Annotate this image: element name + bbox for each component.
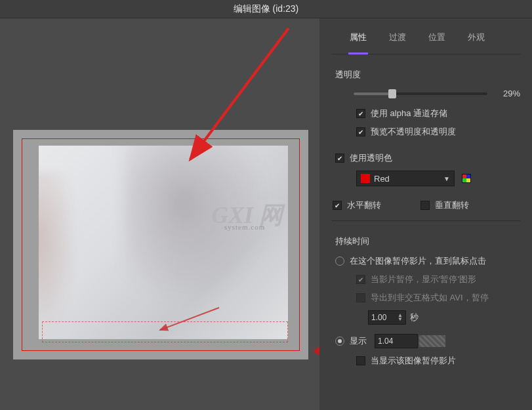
- export-pause-checkbox: [356, 293, 365, 302]
- watermark: GXI 网 system.com: [211, 205, 283, 231]
- selection-frame[interactable]: GXI 网 system.com: [22, 138, 300, 351]
- section-transcolor: 使用透明色 Red ▼: [331, 152, 520, 186]
- titlebar: 编辑图像 (id:23): [0, 0, 532, 18]
- properties-panel: 属性 过渡 位置 外观 透明度 29% 使用 alpha 通道存储: [319, 18, 532, 410]
- hflip-label: 水平翻转: [347, 199, 381, 211]
- pause-shape-checkbox: [356, 275, 365, 284]
- pause-radio[interactable]: [335, 256, 344, 266]
- canvas-stage[interactable]: GXI 网 system.com: [13, 130, 308, 359]
- section-duration: 持续时间 在这个图像暂停影片，直到鼠标点击 当影片暂停，显示'暂停'图形 导出到…: [331, 236, 520, 367]
- show-radio[interactable]: [335, 337, 344, 346]
- alpha-checkbox[interactable]: [356, 109, 365, 118]
- pause-seconds-value: 1.00: [371, 313, 386, 322]
- opacity-slider-thumb[interactable]: [388, 89, 396, 98]
- preview-checkbox[interactable]: [356, 127, 365, 136]
- vflip-checkbox[interactable]: [420, 201, 430, 210]
- transcolor-label: 使用透明色: [350, 152, 392, 164]
- show-pause-checkbox[interactable]: [356, 356, 365, 365]
- transcolor-checkbox[interactable]: [335, 154, 344, 163]
- spinner-arrows-icon[interactable]: ▲▼: [398, 314, 403, 321]
- transcolor-name: Red: [374, 174, 440, 184]
- opacity-value: 29%: [494, 89, 520, 98]
- show-value-spinner[interactable]: 1.04: [375, 334, 418, 348]
- seconds-unit: 秒: [410, 312, 419, 323]
- chevron-down-icon: ▼: [443, 175, 450, 182]
- tab-position[interactable]: 位置: [428, 31, 445, 49]
- preview-label: 预览不透明度和透明度: [371, 126, 456, 138]
- export-pause-label: 导出到非交互格式如 AVI，暂停: [371, 292, 489, 304]
- image-preview: GXI 网 system.com: [39, 146, 288, 339]
- panel-marker-icon: [313, 346, 319, 356]
- vflip-label: 垂直翻转: [435, 199, 469, 211]
- tabs: 属性 过渡 位置 外观: [331, 18, 520, 54]
- show-pause-label: 当显示该图像暂停影片: [371, 355, 456, 367]
- tab-appearance[interactable]: 外观: [468, 31, 485, 49]
- pause-shape-label: 当影片暂停，显示'暂停'图形: [371, 274, 476, 285]
- palette-button[interactable]: [460, 172, 473, 185]
- palette-icon: [462, 174, 471, 183]
- dashed-region: [42, 321, 288, 342]
- obscured-region: [419, 335, 445, 347]
- hflip-checkbox[interactable]: [333, 201, 342, 210]
- opacity-slider[interactable]: [354, 92, 487, 95]
- transcolor-select[interactable]: Red ▼: [356, 171, 455, 186]
- window-title: 编辑图像 (id:23): [234, 3, 299, 15]
- section-transparency: 透明度 29% 使用 alpha 通道存储 预览不透明度和透明度: [331, 69, 520, 138]
- section-flip: 水平翻转 垂直翻转: [331, 199, 520, 211]
- pause-seconds-spinner[interactable]: 1.00 ▲▼: [368, 310, 406, 325]
- alpha-label: 使用 alpha 通道存储: [371, 108, 447, 119]
- show-radio-label: 显示: [350, 335, 367, 347]
- show-value: 1.04: [378, 337, 393, 346]
- transparency-title: 透明度: [335, 69, 520, 81]
- canvas-area: GXI 网 system.com: [0, 18, 319, 410]
- pause-radio-label: 在这个图像暂停影片，直到鼠标点击: [350, 255, 486, 267]
- duration-title: 持续时间: [335, 236, 520, 247]
- tab-properties[interactable]: 属性: [350, 31, 367, 49]
- tab-transition[interactable]: 过渡: [389, 31, 406, 49]
- color-swatch-icon: [361, 174, 370, 183]
